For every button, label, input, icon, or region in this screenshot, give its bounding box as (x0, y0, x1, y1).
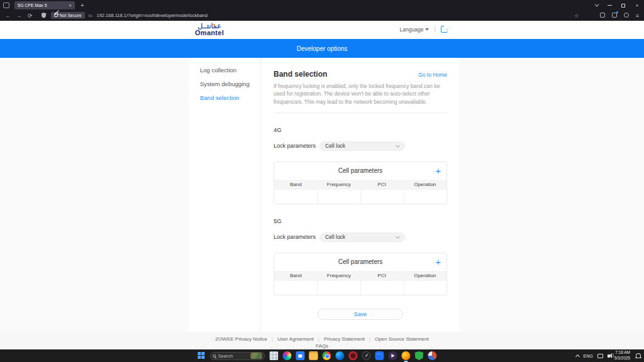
key-icon[interactable]: o– (89, 13, 93, 18)
menu-icon[interactable]: ≡ (636, 13, 639, 19)
tray-notification-bell-icon[interactable] (636, 353, 641, 358)
insecure-lock-icon (54, 14, 58, 17)
tracking-protection-shield-icon[interactable] (42, 13, 47, 18)
sidebar-item-system-debugging[interactable]: System debugging (200, 80, 260, 87)
select-value: Cell lock (325, 234, 396, 240)
chevron-down-icon (396, 143, 400, 148)
tray-language-indicator[interactable]: ENG (584, 354, 593, 358)
add-row-button-5g[interactable]: + (435, 256, 441, 268)
browser-tab[interactable]: 5G CPE Max 5 × (14, 1, 75, 9)
taskbar-app-media-player-icon[interactable] (388, 351, 397, 360)
chevron-down-icon (396, 234, 400, 239)
footer-link-privacy-statement[interactable]: Privacy Statement (324, 336, 365, 342)
sidebar-item-band-selection[interactable]: Band selection (200, 94, 260, 101)
new-tab-button[interactable]: + (80, 2, 84, 9)
browser-toolbar: ← → ⟳ Not Secure o– 192.168.118.1/?origi… (0, 11, 644, 21)
tab-close-icon[interactable]: × (69, 3, 72, 8)
taskbar-app-chat-icon[interactable] (375, 351, 384, 360)
account-icon[interactable] (624, 13, 629, 19)
col-frequency: Frequency (318, 180, 361, 190)
section-5g: 5G Lock parameters Cell lock Cell parame… (274, 217, 447, 295)
tray-show-hidden-icons[interactable] (575, 354, 579, 358)
address-bar-url[interactable]: 192.168.118.1/?origin=xoof/developermode… (96, 13, 207, 18)
taskbar-app-speedtest-icon[interactable] (362, 351, 370, 360)
description-text: If frequency locking is enabled, only th… (274, 82, 447, 113)
taskbar-search-input[interactable]: Search (209, 352, 265, 360)
taskbar-app-firefox-icon[interactable] (401, 351, 410, 360)
taskbar-app-file-explorer-icon[interactable] (309, 351, 318, 360)
forward-icon[interactable]: → (16, 13, 22, 19)
tab-list-button[interactable] (589, 3, 602, 8)
extensions-icon[interactable] (612, 13, 617, 19)
col-band: Band (274, 271, 318, 281)
tray-volume-icon[interactable] (608, 354, 610, 358)
taskbar-app-red-icon[interactable] (348, 351, 357, 360)
start-button-icon[interactable] (197, 352, 205, 359)
save-button[interactable]: Save (318, 309, 403, 320)
col-pci: PCI (360, 271, 404, 281)
footer-link-privacy-notice[interactable]: ZOWEE Privacy Notice (215, 336, 267, 342)
bookmark-star-icon[interactable]: ☆ (574, 13, 579, 19)
network-label-4g: 4G (274, 126, 447, 133)
lock-parameters-select-4g[interactable]: Cell lock (319, 141, 405, 151)
taskbar-app-edge-icon[interactable] (335, 351, 344, 360)
security-label: Not Secure (60, 13, 82, 18)
logo-orange-dot (213, 24, 215, 26)
taskbar-app-store-icon[interactable] (296, 351, 304, 360)
go-to-home-link[interactable]: Go to Home (418, 72, 447, 78)
main-content: Band selection Go to Home If frequency l… (261, 58, 459, 332)
firefox-view-icon[interactable] (3, 3, 9, 8)
col-band: Band (274, 180, 318, 190)
header-divider: | (434, 26, 436, 33)
tray-clock[interactable]: 7:18 AM 5/3/2025 (614, 350, 630, 361)
lock-parameters-label: Lock parameters (274, 234, 319, 240)
cell-parameters-card-5g: Cell parameters + Band Frequency PCI Ope… (274, 253, 447, 295)
cell-parameters-card-4g: Cell parameters + Band Frequency PCI Ope… (274, 162, 447, 204)
footer-link-open-source[interactable]: Open Source Statement (375, 336, 429, 342)
col-operation: Operation (404, 271, 447, 281)
taskbar-app-globe-icon[interactable] (428, 351, 436, 360)
back-icon[interactable]: ← (5, 13, 11, 19)
add-row-button-4g[interactable]: + (435, 165, 441, 177)
site-header: عمانتــل Omantel Language | (0, 21, 644, 39)
screen: 5G CPE Max 5 × + × ← → ⟳ Not Secure o– 1… (0, 0, 644, 362)
card-title: Cell parameters (338, 167, 383, 174)
lock-parameters-label: Lock parameters (274, 143, 319, 149)
language-dropdown[interactable]: Language (400, 26, 424, 33)
search-highlight-image[interactable] (250, 353, 262, 359)
lock-parameters-select-5g[interactable]: Cell lock (319, 233, 405, 242)
taskbar-app-photos-icon[interactable] (282, 351, 291, 360)
card-title: Cell parameters (338, 258, 383, 265)
sidebar-toggle-icon[interactable] (600, 13, 605, 19)
windows-taskbar: Search ENG 7:18 AM 5/3/2025 (0, 349, 644, 362)
developer-options-banner: Developer options (0, 39, 644, 58)
close-button[interactable]: × (630, 3, 644, 8)
app-container: Log collection System debugging Band sel… (189, 58, 459, 332)
col-operation: Operation (404, 180, 447, 190)
logout-icon[interactable] (441, 26, 448, 33)
minimize-button[interactable] (602, 3, 616, 8)
search-placeholder: Search (218, 353, 248, 359)
language-caret-icon[interactable] (425, 28, 429, 31)
search-icon (213, 354, 216, 358)
table-row (274, 190, 447, 204)
taskbar-app-grid-icon[interactable] (269, 351, 278, 360)
taskbar-app-shield-icon[interactable] (414, 351, 423, 360)
logo-latin-text: Omantel (195, 30, 224, 36)
reload-icon[interactable]: ⟳ (28, 13, 33, 19)
section-4g: 4G Lock parameters Cell lock Cell parame… (274, 126, 447, 204)
not-secure-chip[interactable]: Not Secure (51, 12, 85, 19)
maximize-button[interactable] (616, 3, 630, 8)
sidebar: Log collection System debugging Band sel… (189, 58, 261, 332)
web-page: عمانتــل Omantel Language | Developer op… (0, 21, 644, 349)
network-label-5g: 5G (274, 217, 447, 224)
col-pci: PCI (360, 180, 404, 190)
tray-display-icon[interactable] (597, 354, 603, 358)
table-header: Band Frequency PCI Operation (274, 180, 447, 190)
table-header: Band Frequency PCI Operation (274, 271, 447, 281)
taskbar-app-chrome-icon[interactable] (322, 351, 331, 360)
footer-link-user-agreement[interactable]: User Agreement (277, 336, 314, 342)
sidebar-item-log-collection[interactable]: Log collection (200, 67, 260, 74)
browser-tab-bar: 5G CPE Max 5 × + × (0, 0, 644, 11)
footer-link-faqs[interactable]: FAQs (0, 343, 644, 349)
